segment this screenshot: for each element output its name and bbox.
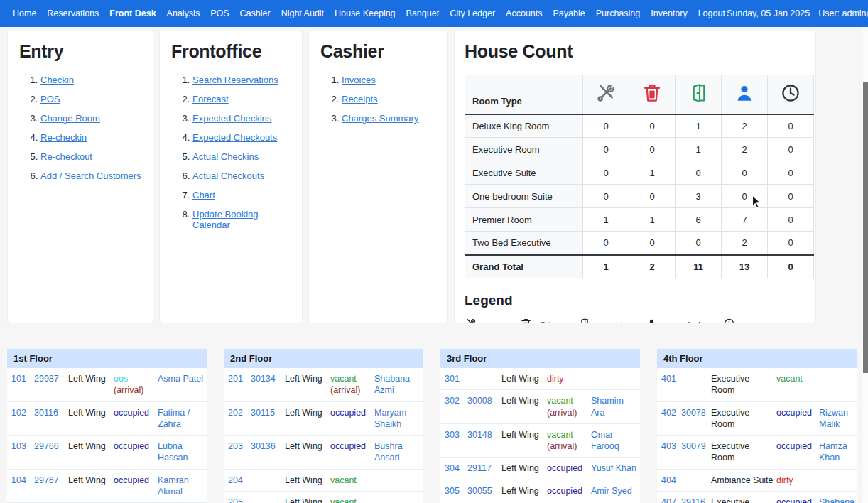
panel-link-pos[interactable]: POS xyxy=(40,94,60,104)
menu-list-item: Charges Summary xyxy=(342,113,436,124)
panel-link-actual-checkouts[interactable]: Actual Checkouts xyxy=(192,171,264,181)
floor-section-1st-floor: 1st Floor10129987Left Wingoos(arrival)As… xyxy=(7,349,207,503)
nav-item-purchasing[interactable]: Purchasing xyxy=(595,7,642,20)
room-link[interactable]: 203 xyxy=(228,440,249,452)
guest-link[interactable]: Bushra Ansari xyxy=(374,440,421,464)
reservation-link[interactable]: 29117 xyxy=(467,463,500,474)
room-link[interactable]: 302 xyxy=(445,395,466,406)
reservation-link[interactable]: 30055 xyxy=(467,485,500,497)
guest-link[interactable]: Shamim Ara xyxy=(591,395,637,418)
panel-link-search-reservations[interactable]: Search Reservations xyxy=(192,75,278,85)
legend-title: Legend xyxy=(465,293,814,308)
reservation-link[interactable]: 29987 xyxy=(34,373,67,384)
panel-link-checkin[interactable]: Checkin xyxy=(40,75,74,85)
guest-link[interactable]: Shabana xyxy=(819,497,855,503)
nav-item-night-audit[interactable]: Night Audit xyxy=(280,7,325,20)
nav-item-house-keeping[interactable]: House Keeping xyxy=(333,7,396,20)
reservation-link[interactable]: 30148 xyxy=(467,429,500,440)
reservation-link[interactable]: 30134 xyxy=(251,373,283,384)
panel-link-re-checkin[interactable]: Re-checkin xyxy=(40,132,87,143)
reservation-link[interactable]: 29766 xyxy=(34,440,67,452)
wing-label: Left Wing xyxy=(501,395,546,406)
nav-item-analysis[interactable]: Analysis xyxy=(166,7,202,20)
scrollbar[interactable] xyxy=(862,27,868,503)
panel-link-receipts[interactable]: Receipts xyxy=(342,94,378,104)
panel-link-add-search-customers[interactable]: Add / Search Customers xyxy=(40,171,141,181)
panel-link-change-room[interactable]: Change Room xyxy=(40,113,100,124)
panel-link-actual-checkins[interactable]: Actual Checkins xyxy=(192,151,259,162)
guest-link[interactable]: Fatima / Zahra xyxy=(158,407,204,431)
nav-item-city-ledger[interactable]: City Ledger xyxy=(448,7,497,20)
room-link[interactable]: 304 xyxy=(445,463,466,474)
room-link[interactable]: 305 xyxy=(445,485,466,497)
nav-item-logout[interactable]: Logout xyxy=(697,7,727,20)
reservation-link[interactable]: 30078 xyxy=(681,407,710,418)
room-link[interactable]: 301 xyxy=(445,373,466,384)
nav-item-cashier[interactable]: Cashier xyxy=(239,7,272,20)
wing-label: Left Wing xyxy=(68,373,112,384)
grand-total-cell: 0 xyxy=(768,255,814,278)
status-cell: dirty xyxy=(547,373,590,384)
room-link[interactable]: 204 xyxy=(228,475,249,486)
room-link[interactable]: 201 xyxy=(228,373,249,384)
guest-link[interactable]: Kamran Akmal xyxy=(158,475,204,498)
room-link[interactable]: 205 xyxy=(228,497,249,503)
guest-link[interactable]: Rizwan Malik xyxy=(819,407,854,431)
status-cell: oos(arrival) xyxy=(114,373,156,396)
panel-link-re-checkout[interactable]: Re-checkout xyxy=(40,151,92,162)
room-link[interactable]: 407 xyxy=(661,497,680,503)
nav-item-home[interactable]: Home xyxy=(11,7,38,20)
panel-title: Frontoffice xyxy=(171,41,291,62)
room-link[interactable]: 303 xyxy=(445,429,466,440)
room-link[interactable]: 104 xyxy=(11,475,33,486)
nav-item-banquet[interactable]: Banquet xyxy=(405,7,441,20)
reservation-link[interactable]: 30115 xyxy=(251,407,283,418)
panel-link-expected-checkins[interactable]: Expected Checkins xyxy=(192,113,271,124)
status-label: occupied xyxy=(547,486,582,496)
wing-label: Left Wing xyxy=(501,485,546,497)
room-link[interactable]: 404 xyxy=(661,475,680,486)
nav-item-inventory[interactable]: Inventory xyxy=(649,7,688,20)
reservation-link[interactable]: 30079 xyxy=(681,440,710,452)
nav-item-reservations[interactable]: Reservations xyxy=(45,7,100,20)
room-link[interactable]: 102 xyxy=(11,407,33,418)
count-cell: 1 xyxy=(629,161,676,185)
status-label: occupied xyxy=(776,441,812,451)
panel-link-invoices[interactable]: Invoices xyxy=(342,75,376,85)
guest-link[interactable]: Asma Patel xyxy=(158,373,204,384)
scrollbar-thumb[interactable] xyxy=(863,82,868,373)
panel-link-update-booking-calendar[interactable]: Update Booking Calendar xyxy=(192,209,259,230)
house-count-row: Two Bed Executive00020 xyxy=(465,232,814,255)
panel-link-chart[interactable]: Chart xyxy=(192,190,215,200)
room-link[interactable]: 401 xyxy=(661,373,680,384)
guest-link[interactable]: Lubna Hassan xyxy=(158,440,204,464)
room-link[interactable]: 103 xyxy=(11,440,33,452)
reservation-link[interactable]: 29767 xyxy=(34,475,67,486)
guest-link[interactable]: Shabana Azmi xyxy=(374,373,421,396)
reservation-link[interactable]: 30116 xyxy=(34,407,67,418)
wing-label: Left Wing xyxy=(501,463,546,474)
reservation-link[interactable]: 29116 xyxy=(681,497,710,503)
guest-link[interactable]: Hamza Khan xyxy=(819,440,854,464)
nav-item-payable[interactable]: Payable xyxy=(552,7,587,20)
reservation-link[interactable]: 30136 xyxy=(251,440,283,452)
floor-title: 1st Floor xyxy=(7,349,207,368)
guest-link[interactable]: Yusuf Khan xyxy=(591,463,637,474)
reservation-link[interactable]: 30008 xyxy=(467,395,500,406)
room-type-cell: Two Bed Executive xyxy=(465,232,583,255)
nav-item-accounts[interactable]: Accounts xyxy=(504,7,543,20)
panel-link-forecast[interactable]: Forecast xyxy=(192,94,229,104)
room-link[interactable]: 402 xyxy=(661,407,680,418)
room-link[interactable]: 101 xyxy=(11,373,33,384)
guest-link[interactable]: Omar Farooq xyxy=(591,429,637,453)
panel-link-charges-summary[interactable]: Charges Summary xyxy=(342,113,418,124)
room-link[interactable]: 202 xyxy=(228,407,249,418)
panel-link-expected-checkouts[interactable]: Expected Checkouts xyxy=(192,132,277,143)
guest-link[interactable]: Maryam Shaikh xyxy=(374,407,421,431)
guest-link[interactable]: Amir Syed xyxy=(591,485,637,497)
wing-label: Left Wing xyxy=(285,475,329,486)
menu-list-item: Receipts xyxy=(342,94,436,104)
nav-item-pos[interactable]: POS xyxy=(209,7,230,20)
room-link[interactable]: 403 xyxy=(661,440,680,452)
nav-item-front-desk[interactable]: Front Desk xyxy=(108,7,157,20)
